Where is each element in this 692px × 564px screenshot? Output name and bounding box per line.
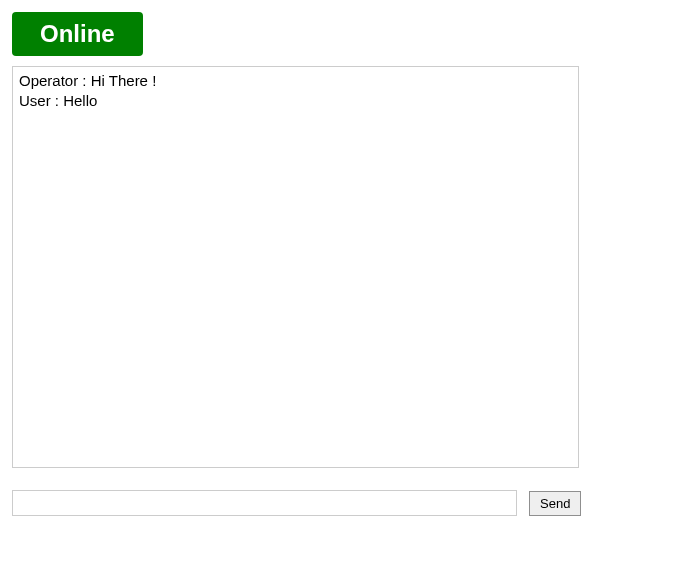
chat-message: User : Hello [19,91,572,111]
send-button[interactable]: Send [529,491,581,516]
chat-text: Hello [63,92,97,109]
status-badge: Online [12,12,143,56]
message-input[interactable] [12,490,517,516]
chat-sender: User [19,92,51,109]
chat-text: Hi There ! [91,72,157,89]
chat-sender: Operator [19,72,78,89]
chat-message: Operator : Hi There ! [19,71,572,91]
input-row: Send [12,490,680,516]
chat-history: Operator : Hi There ! User : Hello [12,66,579,468]
